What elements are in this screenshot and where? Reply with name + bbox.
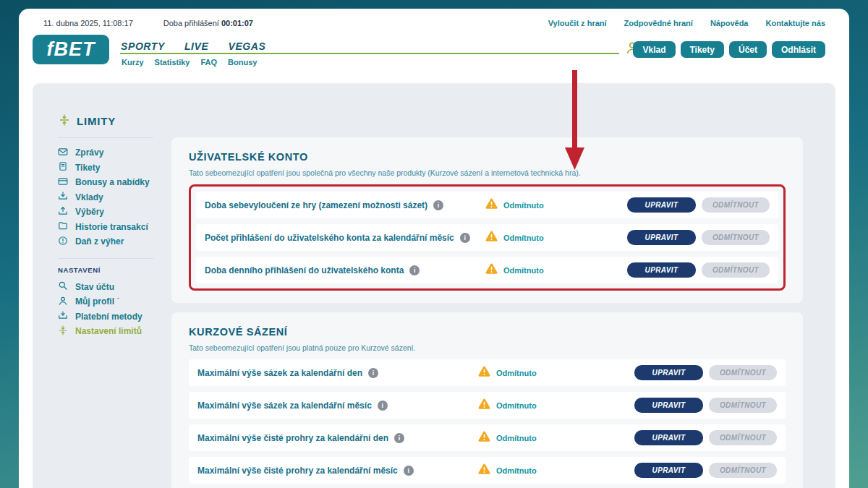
main-nav-item-sporty[interactable]: SPORTY [121,40,165,52]
header-buttons: VkladTiketyÚčetOdhlásit [633,41,825,58]
sub-nav-item-statistiky[interactable]: Statistiky [155,58,190,67]
decline-button[interactable]: ODMÍTNOUT [702,230,770,245]
limit-row-label: Počet přihlášení do uživatelského konta … [205,233,485,243]
decline-button[interactable]: ODMÍTNOUT [709,430,777,445]
sub-nav-item-kurzy[interactable]: Kurzy [122,58,144,67]
divider [58,137,153,138]
status-text: Odmítnuto [496,401,537,410]
sidebar-item-label: Daň z výher [75,236,124,247]
edit-button[interactable]: UPRAVIT [627,230,696,245]
limits-icon [58,325,68,338]
annotation-arrow-icon [565,70,584,171]
limit-row-label: Maximální výše sázek za kalendářní měsíc… [197,401,478,411]
warning-icon [478,398,490,412]
warning-icon [485,198,498,212]
section-title: UŽIVATELSKÉ KONTO [189,151,786,163]
sidebar-item-label: Výběry [75,207,104,217]
header-button-vklad[interactable]: Vklad [633,41,675,58]
status-text: Odmítnuto [496,466,537,475]
edit-button[interactable]: UPRAVIT [627,197,696,213]
warning-icon [485,231,498,244]
main-card: 11. dubna 2025, 11:08:17 Doba přihlášení… [19,9,849,488]
sidebar: LIMITY ZprávyTiketyBonusy a nabídkyVklad… [58,114,174,339]
limit-label-text: Doba sebevyloučení ze hry (zamezení možn… [205,200,427,210]
limit-row: Maximální výše sázek za kalendářní deniO… [189,359,786,386]
nav-underline [120,53,619,54]
info-icon[interactable]: i [409,265,420,275]
header-button-odhlsit[interactable]: Odhlásit [772,41,825,58]
sidebar-title: LIMITY [58,114,174,129]
person-icon [58,296,68,308]
limit-row: Doba denního přihlášení do uživatelského… [196,257,778,283]
edit-button[interactable]: UPRAVIT [634,398,703,413]
sidebar-item-stav-tu[interactable]: Stav účtu [58,280,174,295]
edit-button[interactable]: UPRAVIT [634,365,703,380]
main-nav: SPORTYLIVEVEGAS [121,40,265,52]
info-icon[interactable]: i [394,433,404,443]
edit-button[interactable]: UPRAVIT [627,262,696,278]
sidebar-item-da-z-v-her[interactable]: Daň z výher [58,234,174,249]
sidebar-item-vklady[interactable]: Vklady [58,190,174,205]
info-icon[interactable]: i [368,368,378,378]
info-icon[interactable]: i [460,233,470,243]
sub-nav-item-bonusy[interactable]: Bonusy [228,58,257,67]
limit-status: Odmítnuto [478,463,537,477]
limit-status: Odmítnuto [478,366,537,380]
decline-button[interactable]: ODMÍTNOUT [709,463,777,478]
info-icon[interactable]: i [378,401,388,411]
session-label: Doba přihlášení [163,19,219,27]
current-datetime: 11. dubna 2025, 11:08:17 [43,19,133,27]
section-subtitle: Tato sebeomezující opatření jsou platná … [189,343,786,352]
decline-button[interactable]: ODMÍTNOUT [709,365,777,380]
top-links: Vyloučit z hraníZodpovědné hraníNápověda… [548,19,825,27]
limit-label-text: Počet přihlášení do uživatelského konta … [205,233,454,243]
sidebar-item-label: Stav účtu [75,282,114,292]
content-panel: LIMITY ZprávyTiketyBonusy a nabídkyVklad… [33,83,835,488]
section-subtitle: Tato sebeomezující opatření jsou společn… [189,168,786,177]
sidebar-item-label: Historie transakcí [75,222,148,232]
top-link-kontaktujte-n-s[interactable]: Kontaktujte nás [765,19,825,27]
main-nav-item-vegas[interactable]: VEGAS [228,40,265,52]
history-icon [58,221,68,233]
top-link-n-pov-da[interactable]: Nápověda [710,19,749,27]
status-text: Odmítnuto [496,434,537,442]
limit-status: Odmítnuto [478,398,537,412]
header-button-tikety[interactable]: Tikety [681,41,724,58]
top-link-zodpov-dn-hran-[interactable]: Zodpovědné hraní [624,19,693,27]
sidebar-item-tikety[interactable]: Tikety [58,160,174,176]
sidebar-item-label: Nastavení limitů [75,326,142,336]
edit-button[interactable]: UPRAVIT [634,430,703,445]
warning-icon [478,463,490,477]
main-nav-item-live[interactable]: LIVE [184,40,209,52]
session-time: 00:01:07 [221,19,253,27]
sidebar-item-nastaven-limit-[interactable]: Nastavení limitů [58,324,174,339]
row-actions: UPRAVITODMÍTNOUT [627,262,770,278]
sub-nav-item-faq[interactable]: FAQ [200,58,217,67]
limit-status: Odmítnuto [485,198,544,212]
session-duration: Doba přihlášení 00:01:07 [163,19,253,27]
sidebar-item-bonusy-a-nab-dky[interactable]: Bonusy a nabídky [58,175,174,190]
sidebar-item-v-b-ry[interactable]: Výběry [58,205,174,220]
sidebar-item-zpr-vy[interactable]: Zprávy [58,145,174,160]
info-icon[interactable]: i [404,466,414,476]
sidebar-item-historie-transakc-[interactable]: Historie transakcí [58,220,174,235]
settings-header: NASTAVENÍ [58,266,174,274]
sidebar-item-platebn-metody[interactable]: Platební metody [58,309,174,325]
sidebar-item-m-j-profil-[interactable]: Můj profil ˙ [58,294,174,309]
annotation-highlight-box: Doba sebevyloučení ze hry (zamezení možn… [189,184,786,291]
divider [58,258,153,259]
row-actions: UPRAVITODMÍTNOUT [627,230,770,245]
fbet-logo[interactable]: fBET [33,35,109,64]
decline-button[interactable]: ODMÍTNOUT [702,262,770,278]
limit-row: Počet přihlášení do uživatelského konta … [196,224,778,251]
header-button-et[interactable]: Účet [729,41,767,58]
section-u-ivatelsk-konto: UŽIVATELSKÉ KONTOTato sebeomezující opat… [171,137,803,303]
main-content: UŽIVATELSKÉ KONTOTato sebeomezující opat… [171,137,803,488]
section-rows: Maximální výše sázek za kalendářní deniO… [189,359,786,484]
edit-button[interactable]: UPRAVIT [634,463,703,478]
decline-button[interactable]: ODMÍTNOUT [709,398,777,413]
decline-button[interactable]: ODMÍTNOUT [702,197,770,213]
top-link-vylou-it-z-hran-[interactable]: Vyloučit z hraní [548,19,607,27]
info-icon[interactable]: i [433,200,443,210]
sidebar-item-label: Můj profil ˙ [75,296,119,307]
